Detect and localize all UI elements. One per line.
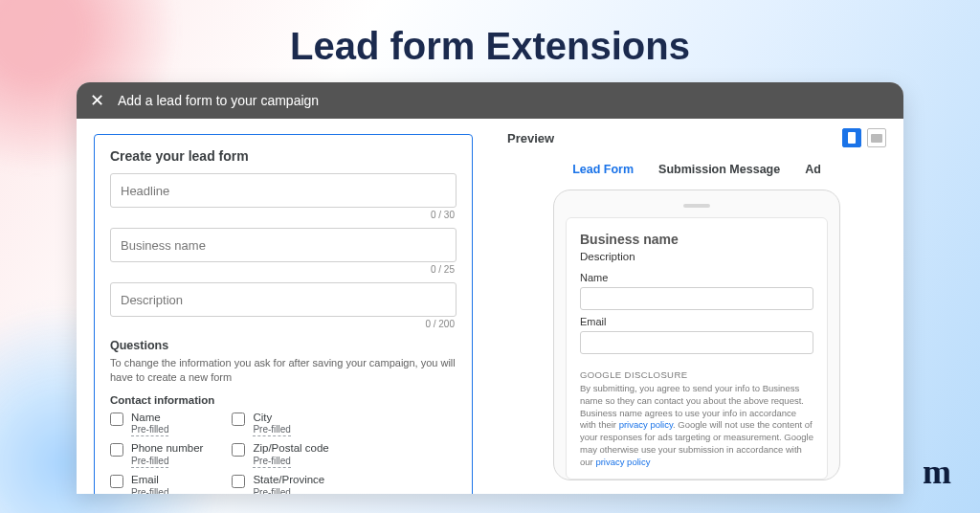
checkbox-name[interactable]: NamePre-filled xyxy=(110,412,203,437)
device-toggle xyxy=(842,128,886,147)
device-mobile-icon[interactable] xyxy=(842,128,861,147)
preview-email-label: Email xyxy=(580,316,813,327)
close-icon[interactable]: ✕ xyxy=(90,92,104,109)
disclosure-text: By submitting, you agree to send your in… xyxy=(580,383,813,469)
preview-email-input[interactable] xyxy=(580,331,813,354)
brand-logo: m xyxy=(923,452,951,492)
device-notch xyxy=(683,204,710,208)
tab-submission[interactable]: Submission Message xyxy=(658,163,780,176)
preview-name-input[interactable] xyxy=(580,287,813,310)
preview-description: Description xyxy=(580,251,813,262)
questions-help: To change the information you ask for af… xyxy=(110,356,457,385)
contact-col-left: NamePre-filled Phone numberPre-filled Em… xyxy=(110,412,203,494)
device-frame: Business name Description Name Email GOO… xyxy=(553,190,840,480)
preview-pane: Preview Lead Form Submission Message Ad … xyxy=(490,119,903,494)
preview-screen: Business name Description Name Email GOO… xyxy=(566,217,828,480)
lead-form-card: Create your lead form Headline 0 / 30 Bu… xyxy=(94,134,473,494)
checkbox-zip[interactable]: Zip/Postal codePre-filled xyxy=(232,442,328,468)
contact-options-grid: NamePre-filled Phone numberPre-filled Em… xyxy=(110,412,457,494)
preview-name-label: Name xyxy=(580,272,813,283)
headline-input[interactable]: Headline xyxy=(110,173,457,208)
description-input[interactable]: Description xyxy=(110,282,457,317)
questions-heading: Questions xyxy=(110,339,457,352)
form-editor-pane: Create your lead form Headline 0 / 30 Bu… xyxy=(77,119,490,494)
checkbox-input[interactable] xyxy=(110,475,123,488)
preview-tabs: Lead Form Submission Message Ad xyxy=(507,163,886,176)
business-name-input[interactable]: Business name xyxy=(110,228,457,262)
disclosure-heading: GOOGLE DISCLOSURE xyxy=(580,369,813,380)
app-window: ✕ Add a lead form to your campaign Creat… xyxy=(77,82,903,494)
checkbox-input[interactable] xyxy=(110,413,123,426)
description-counter: 0 / 200 xyxy=(110,319,455,329)
checkbox-city[interactable]: CityPre-filled xyxy=(232,412,328,437)
checkbox-state[interactable]: State/ProvincePre-filled xyxy=(232,474,328,494)
checkbox-phone[interactable]: Phone numberPre-filled xyxy=(110,442,203,468)
preview-business-name: Business name xyxy=(580,232,813,247)
privacy-link-2[interactable]: privacy policy xyxy=(595,457,650,467)
checkbox-email[interactable]: EmailPre-filled xyxy=(110,474,203,494)
business-counter: 0 / 25 xyxy=(110,264,455,275)
window-titlebar: ✕ Add a lead form to your campaign xyxy=(77,82,903,119)
checkbox-input[interactable] xyxy=(110,443,123,457)
page-title: Lead form Extensions xyxy=(290,25,690,68)
tab-ad[interactable]: Ad xyxy=(805,163,821,176)
device-desktop-icon[interactable] xyxy=(867,128,886,147)
checkbox-input[interactable] xyxy=(232,443,245,457)
tab-lead-form[interactable]: Lead Form xyxy=(572,163,634,176)
headline-counter: 0 / 30 xyxy=(110,210,455,220)
contact-info-heading: Contact information xyxy=(110,394,457,406)
card-title: Create your lead form xyxy=(110,148,457,164)
privacy-link[interactable]: privacy policy xyxy=(619,419,673,430)
contact-col-right: CityPre-filled Zip/Postal codePre-filled… xyxy=(232,412,328,494)
preview-label: Preview xyxy=(507,131,554,145)
window-title: Add a lead form to your campaign xyxy=(118,93,319,108)
checkbox-input[interactable] xyxy=(232,413,245,426)
checkbox-input[interactable] xyxy=(232,475,245,488)
